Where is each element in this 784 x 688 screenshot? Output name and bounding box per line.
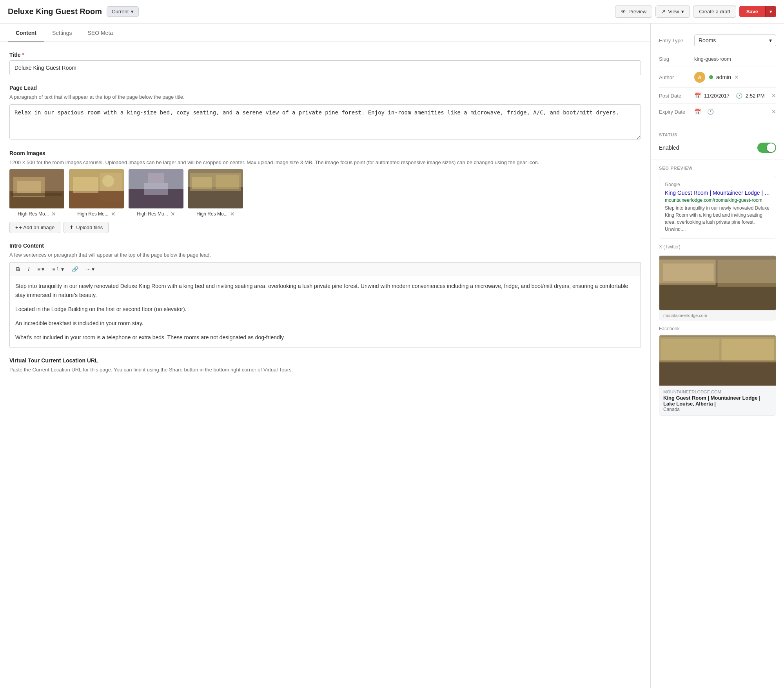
svg-rect-25 — [663, 264, 714, 281]
expiry-calendar-icon[interactable]: 📅 — [694, 109, 701, 115]
tab-settings[interactable]: Settings — [44, 24, 80, 42]
left-panel: Content Settings SEO Meta Title * Page L… — [0, 24, 651, 688]
ordered-list-button[interactable]: ≡ 1. — [50, 265, 66, 273]
bold-button[interactable]: B — [14, 265, 22, 273]
room-images-desc: 1200 × 500 for the room images carousel.… — [9, 159, 641, 167]
slug-row: Slug king-guest-room — [659, 51, 776, 67]
calendar-icon[interactable]: 📅 — [694, 92, 701, 99]
chevron-down-icon — [42, 266, 44, 272]
svg-rect-23 — [718, 260, 776, 287]
rte-content[interactable]: Step into tranquility in our newly renov… — [9, 276, 641, 348]
right-panel: Entry Type Rooms Slug king-guest-room Au… — [651, 24, 784, 688]
author-row: Author A admin ✕ — [659, 67, 776, 88]
image-thumbnail — [188, 169, 243, 208]
chevron-down-icon — [131, 9, 134, 14]
svg-rect-22 — [659, 283, 776, 310]
tab-content[interactable]: Content — [8, 24, 44, 42]
header-left: Deluxe King Guest Room Current — [8, 6, 139, 17]
entry-type-label: Entry Type — [659, 38, 694, 43]
title-label: Title * — [9, 52, 641, 58]
post-date-label: Post Date — [659, 93, 694, 99]
italic-button[interactable]: I — [25, 265, 32, 273]
add-image-button[interactable]: + + Add an image — [9, 222, 60, 233]
svg-rect-15 — [148, 173, 164, 183]
create-draft-button[interactable]: Create a draft — [693, 5, 736, 18]
title-field-section: Title * — [9, 52, 641, 75]
seo-google-desc: Step into tranquility in our newly renov… — [665, 205, 770, 233]
view-button[interactable]: ↗ View — [655, 5, 690, 18]
seo-google-card: Google King Guest Room | Mountaineer Lod… — [659, 176, 776, 239]
expiry-date-value: 📅 🕐 ✕ — [694, 109, 776, 115]
image-thumbnail — [69, 169, 124, 208]
seo-facebook-card: MOUNTAINEERLODGE.COM King Guest Room | M… — [659, 335, 776, 416]
link-button[interactable]: 🔗 — [69, 265, 81, 273]
image-label-row: High Res Mo... ✕ — [18, 211, 56, 217]
entry-type-row: Entry Type Rooms — [659, 30, 776, 51]
save-group: Save ▾ — [739, 6, 776, 17]
image-item: High Res Mo... ✕ — [188, 169, 243, 217]
svg-rect-19 — [192, 177, 212, 189]
upload-files-button[interactable]: ⬆ Upload files — [64, 222, 109, 233]
status-badge[interactable]: Current — [107, 6, 139, 17]
image-item: High Res Mo... ✕ — [129, 169, 183, 217]
top-header: Deluxe King Guest Room Current 👁 Preview… — [0, 0, 784, 24]
image-thumbnail — [129, 169, 183, 208]
seo-facebook-section: Facebook MOUNTAINEERLODGE.COM Kin — [659, 326, 776, 416]
tab-seo-meta[interactable]: SEO Meta — [80, 24, 121, 42]
remove-image-button[interactable]: ✕ — [51, 211, 56, 217]
remove-image-button[interactable]: ✕ — [171, 211, 175, 217]
status-section: STATUS Enabled — [651, 126, 784, 159]
image-label: High Res Mo... — [196, 211, 227, 217]
seo-facebook-meta: MOUNTAINEERLODGE.COM King Guest Room | M… — [659, 386, 776, 415]
expiry-date-label: Expiry Date — [659, 109, 694, 115]
clear-expiry-date-button[interactable]: ✕ — [771, 109, 776, 115]
unordered-list-button[interactable]: ≡ — [35, 265, 47, 273]
header-right: 👁 Preview ↗ View Create a draft Save ▾ — [615, 5, 776, 18]
post-date[interactable]: 11/20/2017 — [704, 93, 730, 99]
virtual-tour-desc: Paste the Current Location URL for this … — [9, 366, 641, 374]
svg-rect-4 — [17, 181, 41, 193]
remove-author-button[interactable]: ✕ — [734, 74, 739, 80]
post-time[interactable]: 2:52 PM — [746, 93, 764, 99]
post-date-value: 📅 11/20/2017 🕐 2:52 PM ✕ — [694, 92, 776, 99]
svg-rect-29 — [721, 339, 774, 360]
image-label-row: High Res Mo... ✕ — [77, 211, 115, 217]
avatar: A — [694, 72, 705, 83]
expiry-clock-icon: 🕐 — [707, 109, 714, 115]
save-caret-button[interactable]: ▾ — [765, 6, 776, 17]
seo-facebook-platform: Facebook — [659, 326, 776, 331]
clear-post-date-button[interactable]: ✕ — [771, 92, 776, 99]
post-date-row: Post Date 📅 11/20/2017 🕐 2:52 PM ✕ — [659, 88, 776, 104]
slug-value: king-guest-room — [694, 56, 776, 62]
title-input[interactable] — [9, 60, 641, 75]
more-options-button[interactable]: ··· — [84, 265, 97, 273]
remove-image-button[interactable]: ✕ — [230, 211, 235, 217]
svg-rect-3 — [11, 193, 62, 196]
image-thumbnail — [9, 169, 64, 208]
seo-google-url: mountaineerlodge.com/rooms/king-guest-ro… — [665, 197, 770, 203]
tabs-bar: Content Settings SEO Meta — [0, 24, 650, 42]
status-toggle[interactable] — [757, 143, 776, 153]
preview-button[interactable]: 👁 Preview — [615, 5, 652, 18]
image-item: High Res Mo... ✕ — [9, 169, 64, 217]
intro-paragraph-2: Located in the Lodge Building on the fir… — [15, 305, 635, 314]
image-label-row: High Res Mo... ✕ — [196, 211, 234, 217]
page-lead-textarea[interactable]: Relax in our spacious room with a king-s… — [9, 104, 641, 139]
room-images-section: Room Images 1200 × 500 for the room imag… — [9, 150, 641, 234]
page-lead-label: Page Lead — [9, 85, 641, 91]
virtual-tour-label: Virtual Tour Current Location URL — [9, 357, 641, 364]
chevron-down-icon — [769, 37, 772, 43]
remove-image-button[interactable]: ✕ — [111, 211, 116, 217]
seo-facebook-subtitle: Canada — [663, 407, 772, 412]
entry-type-select[interactable]: Rooms — [694, 34, 776, 46]
save-button[interactable]: Save — [739, 6, 765, 17]
intro-content-label: Intro Content — [9, 243, 641, 249]
toggle-knob — [767, 143, 775, 152]
share-icon: ↗ — [661, 9, 666, 14]
image-label: High Res Mo... — [137, 211, 168, 217]
svg-rect-20 — [216, 175, 239, 189]
svg-rect-30 — [661, 339, 720, 360]
twitter-site-label: mountaineerlodge.com — [663, 313, 772, 318]
chevron-down-icon — [681, 9, 684, 14]
image-label: High Res Mo... — [77, 211, 108, 217]
